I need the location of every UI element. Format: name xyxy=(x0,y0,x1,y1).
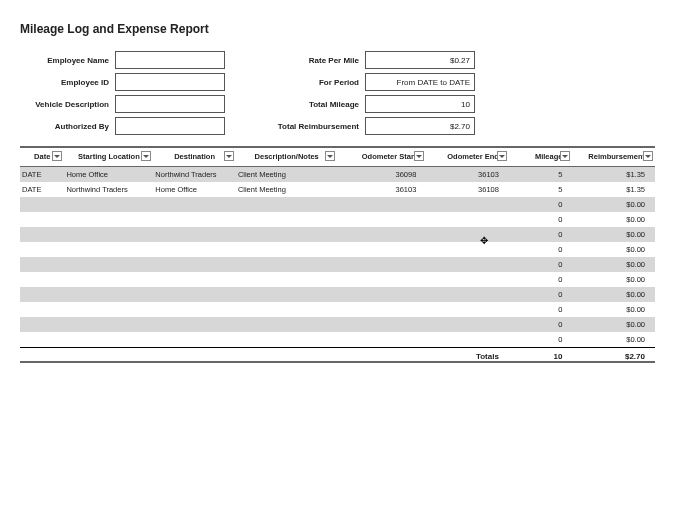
filter-dropdown-icon[interactable] xyxy=(497,151,507,161)
cell-reimb[interactable]: $0.00 xyxy=(572,257,655,272)
cell-reimb[interactable]: $1.35 xyxy=(572,166,655,182)
cell-ostart[interactable] xyxy=(337,332,426,348)
table-row[interactable]: 0$0.00 xyxy=(20,317,655,332)
cell-reimb[interactable]: $0.00 xyxy=(572,332,655,348)
cell-desc[interactable]: Client Meeting xyxy=(236,166,338,182)
col-header-date[interactable]: Date xyxy=(20,148,64,166)
authorized-by-field[interactable] xyxy=(115,117,225,135)
table-row[interactable]: 0$0.00 xyxy=(20,212,655,227)
cell-oend[interactable] xyxy=(426,197,509,212)
col-header-start[interactable]: Starting Location xyxy=(64,148,153,166)
filter-dropdown-icon[interactable] xyxy=(141,151,151,161)
cell-oend[interactable] xyxy=(426,317,509,332)
cell-miles[interactable]: 5 xyxy=(509,182,573,197)
cell-desc[interactable] xyxy=(236,302,338,317)
col-header-dest[interactable]: Destination xyxy=(153,148,236,166)
cell-start[interactable] xyxy=(64,257,153,272)
cell-oend[interactable]: 36108 xyxy=(426,182,509,197)
cell-ostart[interactable] xyxy=(337,272,426,287)
cell-dest[interactable]: Northwind Traders xyxy=(153,166,236,182)
cell-oend[interactable] xyxy=(426,332,509,348)
cell-dest[interactable] xyxy=(153,227,236,242)
cell-start[interactable] xyxy=(64,332,153,348)
cell-dest[interactable] xyxy=(153,197,236,212)
cell-start[interactable] xyxy=(64,212,153,227)
cell-date[interactable]: DATE xyxy=(20,166,64,182)
cell-desc[interactable] xyxy=(236,272,338,287)
cell-oend[interactable] xyxy=(426,227,509,242)
col-header-odometer-start[interactable]: Odometer Start xyxy=(337,148,426,166)
cell-miles[interactable]: 0 xyxy=(509,257,573,272)
cell-oend[interactable] xyxy=(426,242,509,257)
cell-oend[interactable]: 36103 xyxy=(426,166,509,182)
cell-reimb[interactable]: $0.00 xyxy=(572,287,655,302)
cell-date[interactable] xyxy=(20,272,64,287)
cell-desc[interactable] xyxy=(236,332,338,348)
cell-desc[interactable] xyxy=(236,227,338,242)
cell-oend[interactable] xyxy=(426,257,509,272)
cell-reimb[interactable]: $0.00 xyxy=(572,212,655,227)
cell-desc[interactable] xyxy=(236,257,338,272)
cell-miles[interactable]: 5 xyxy=(509,166,573,182)
cell-reimb[interactable]: $0.00 xyxy=(572,272,655,287)
table-row[interactable]: 0$0.00 xyxy=(20,242,655,257)
rate-per-mile-field[interactable]: $0.27 xyxy=(365,51,475,69)
table-row[interactable]: 0$0.00 xyxy=(20,197,655,212)
cell-miles[interactable]: 0 xyxy=(509,302,573,317)
col-header-mileage[interactable]: Mileage xyxy=(509,148,573,166)
cell-date[interactable] xyxy=(20,317,64,332)
cell-ostart[interactable] xyxy=(337,302,426,317)
filter-dropdown-icon[interactable] xyxy=(643,151,653,161)
vehicle-description-field[interactable] xyxy=(115,95,225,113)
cell-ostart[interactable] xyxy=(337,317,426,332)
cell-reimb[interactable]: $0.00 xyxy=(572,227,655,242)
employee-id-field[interactable] xyxy=(115,73,225,91)
table-row[interactable]: DATEHome OfficeNorthwind TradersClient M… xyxy=(20,166,655,182)
cell-dest[interactable] xyxy=(153,287,236,302)
cell-desc[interactable] xyxy=(236,212,338,227)
cell-oend[interactable] xyxy=(426,287,509,302)
cell-reimb[interactable]: $0.00 xyxy=(572,302,655,317)
cell-start[interactable]: Home Office xyxy=(64,166,153,182)
table-row[interactable]: 0$0.00 xyxy=(20,332,655,348)
employee-name-field[interactable] xyxy=(115,51,225,69)
table-row[interactable]: 0$0.00 xyxy=(20,302,655,317)
for-period-field[interactable]: From DATE to DATE xyxy=(365,73,475,91)
cell-dest[interactable] xyxy=(153,212,236,227)
cell-ostart[interactable]: 36098 xyxy=(337,166,426,182)
cell-ostart[interactable] xyxy=(337,197,426,212)
cell-reimb[interactable]: $0.00 xyxy=(572,242,655,257)
cell-reimb[interactable]: $0.00 xyxy=(572,197,655,212)
cell-ostart[interactable] xyxy=(337,227,426,242)
cell-miles[interactable]: 0 xyxy=(509,332,573,348)
cell-start[interactable] xyxy=(64,287,153,302)
table-row[interactable]: 0$0.00 xyxy=(20,227,655,242)
table-row[interactable]: 0$0.00 xyxy=(20,272,655,287)
cell-start[interactable]: Northwind Traders xyxy=(64,182,153,197)
cell-miles[interactable]: 0 xyxy=(509,272,573,287)
cell-desc[interactable] xyxy=(236,287,338,302)
cell-start[interactable] xyxy=(64,227,153,242)
cell-date[interactable]: DATE xyxy=(20,182,64,197)
cell-miles[interactable]: 0 xyxy=(509,197,573,212)
cell-dest[interactable] xyxy=(153,257,236,272)
cell-miles[interactable]: 0 xyxy=(509,242,573,257)
cell-reimb[interactable]: $0.00 xyxy=(572,317,655,332)
cell-desc[interactable] xyxy=(236,242,338,257)
cell-dest[interactable] xyxy=(153,302,236,317)
cell-ostart[interactable] xyxy=(337,287,426,302)
filter-dropdown-icon[interactable] xyxy=(560,151,570,161)
cell-start[interactable] xyxy=(64,242,153,257)
cell-start[interactable] xyxy=(64,302,153,317)
cell-date[interactable] xyxy=(20,257,64,272)
cell-reimb[interactable]: $1.35 xyxy=(572,182,655,197)
cell-miles[interactable]: 0 xyxy=(509,212,573,227)
cell-date[interactable] xyxy=(20,197,64,212)
cell-start[interactable] xyxy=(64,272,153,287)
cell-desc[interactable] xyxy=(236,317,338,332)
cell-date[interactable] xyxy=(20,242,64,257)
cell-oend[interactable] xyxy=(426,212,509,227)
cell-oend[interactable] xyxy=(426,302,509,317)
filter-dropdown-icon[interactable] xyxy=(414,151,424,161)
filter-dropdown-icon[interactable] xyxy=(224,151,234,161)
